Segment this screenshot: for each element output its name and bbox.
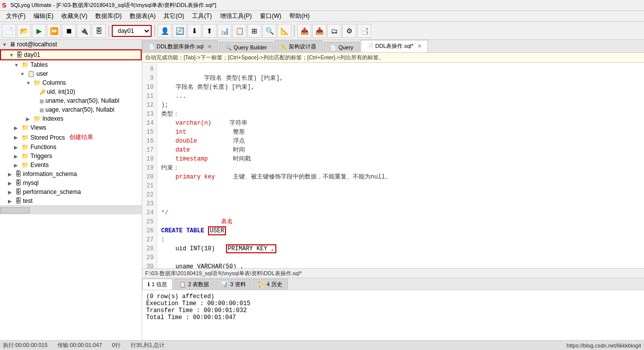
expand-events: ▶ [14, 163, 20, 168]
tables-icon: 📁 [21, 61, 29, 68]
columns-label: Columns [42, 79, 66, 86]
tab-schema[interactable]: 📐 架构设计器 [274, 40, 323, 52]
code-content[interactable]: 字段名 类型(长度) [约束], 字段名 类型(长度) [约束], ... );… [157, 63, 644, 268]
status-blog[interactable]: https://blog.csdn.net/likkkblogit [567, 343, 641, 349]
toolbar-columns[interactable]: 📋 [232, 24, 246, 38]
bottom-tab-data-label: 3 资料 [230, 281, 245, 288]
server-label: root@localhost [17, 41, 57, 48]
toolbar-grid[interactable]: ⊞ [247, 24, 261, 38]
sidebar-columns[interactable]: ▼ 📁 Columns [0, 78, 142, 87]
bottom-tab-history-icon: 📜 [258, 281, 265, 288]
table-icon: 📋 [27, 70, 35, 77]
toolbar-export[interactable]: ⬆ [203, 24, 216, 38]
sidebar-indexes[interactable]: ▶ 📁 Indexes [0, 114, 142, 123]
tab-schema-label: 架构设计器 [289, 43, 316, 50]
toolbar-import[interactable]: ⬇ [188, 24, 202, 38]
menu-other[interactable]: 其它(O) [160, 11, 188, 21]
bottom-tab-history[interactable]: 📜 4 历史 [252, 279, 288, 290]
tab-qb-icon: 🔍 [225, 45, 231, 50]
toolbar-more2[interactable]: 📥 [312, 24, 326, 38]
toolbar-more1[interactable]: 📤 [297, 24, 311, 38]
sidebar-col-uname[interactable]: ▦ uname, varchar(50), Nullabl [0, 96, 142, 105]
toolbar-sep3 [294, 25, 295, 37]
sidebar-triggers[interactable]: ▶ 📁 Triggers [0, 152, 142, 161]
toolbar-more5[interactable]: 📑 [357, 24, 371, 38]
indexes-icon: 📁 [33, 115, 41, 122]
sidebar: ▼ 🖥 root@localhost ▼ 🗄 day01 ▼ 📁 Tables … [0, 40, 142, 340]
toolbar-db[interactable]: 🗄 [92, 24, 106, 38]
menu-file[interactable]: 文件(F) [2, 11, 29, 21]
bottom-tab-data[interactable]: 📊 3 资料 [215, 279, 251, 290]
toolbar-new[interactable]: 📄 [2, 24, 16, 38]
toolbar-stop[interactable]: ⏹ [62, 24, 76, 38]
sidebar-col-uage[interactable]: ▦ uage, varchar(50), Nullabl [0, 105, 142, 114]
tab-ddl-table[interactable]: 📄 DDL表操作.sql* ✕ [361, 40, 428, 52]
sidebar-db-mysql[interactable]: ▶ 🗄 mysql [0, 178, 142, 187]
tab-ddl-db-close[interactable]: ✕ [208, 44, 212, 49]
tab-query-builder[interactable]: 🔍 Query Builder [219, 42, 273, 52]
bottom-tab-data-icon: 📊 [221, 281, 228, 288]
result-line2: Execution Time : 00:00:00:015 [146, 300, 640, 307]
expand-user: ▼ [20, 71, 26, 77]
bottom-tab-info-icon: ℹ [148, 281, 150, 288]
toolbar-connect[interactable]: 🔌 [77, 24, 91, 38]
scroll-thumb[interactable] [0, 207, 30, 213]
toolbar-open[interactable]: 📂 [17, 24, 31, 38]
tab-query[interactable]: 📄 Query [324, 42, 360, 52]
sidebar-db-test[interactable]: ▶ 🗄 test [0, 196, 142, 205]
db-icon: 🗄 [16, 51, 22, 58]
status-info: 行35,列1,总计 [131, 342, 165, 349]
bottom-tab-info[interactable]: ℹ 1 信息 [142, 279, 173, 290]
columns-icon: 📁 [33, 79, 41, 86]
tab-ddl-table-close[interactable]: ✕ [418, 43, 422, 49]
menu-datatable[interactable]: 数据表(A) [126, 11, 160, 21]
menu-edit[interactable]: 编辑(E) [29, 11, 57, 21]
db-selector[interactable]: day01 [112, 25, 152, 37]
result-line1: (0 row(s) affected) [146, 293, 640, 300]
menu-tools[interactable]: 工具(T) [188, 11, 215, 21]
sidebar-db-day01[interactable]: ▼ 🗄 day01 [0, 49, 142, 60]
sidebar-tables[interactable]: ▼ 📁 Tables [0, 60, 142, 69]
server-node[interactable]: ▼ 🖥 root@localhost [0, 40, 142, 49]
menu-window[interactable]: 窗口(W) [256, 11, 285, 21]
menu-help[interactable]: 帮助(H) [285, 11, 314, 21]
toolbar-user[interactable]: 👤 [158, 24, 172, 38]
toolbar-sep2 [154, 25, 155, 37]
expand-views: ▶ [14, 125, 20, 131]
toolbar-run[interactable]: ▶ [32, 24, 46, 38]
sidebar-scroll[interactable] [0, 205, 142, 214]
toolbar-more3[interactable]: 🗂 [327, 24, 341, 38]
key-icon: 🔑 [39, 89, 45, 95]
toolbar-schema[interactable]: 📐 [277, 24, 291, 38]
sidebar-functions[interactable]: ▶ 📁 Functions [0, 143, 142, 152]
sidebar-views[interactable]: ▶ 📁 Views [0, 123, 142, 132]
sidebar-db-perf[interactable]: ▶ 🗄 performance_schema [0, 187, 142, 196]
sidebar-table-user[interactable]: ▼ 📋 user [0, 69, 142, 78]
col-uage-label: uage, varchar(50), Nullabl [45, 106, 114, 113]
bottom-tab-tabledata-label: 2 表数据 [188, 281, 209, 288]
toolbar-run-current[interactable]: ⏩ [47, 24, 61, 38]
toolbar-refresh[interactable]: 🔄 [173, 24, 187, 38]
autocomplete-hint: 自动完成功能：[Tab]->下一标签；[Ctrl+Space]->列出匹配的标签… [142, 53, 644, 63]
menu-database[interactable]: 数据库(D) [91, 11, 126, 21]
tab-ddl-db[interactable]: 📄 DDL数据库操作.sql ✕ [142, 40, 218, 52]
toolbar-query[interactable]: 🔍 [262, 24, 276, 38]
expand-server: ▼ [2, 42, 8, 47]
expand-perf: ▶ [8, 189, 14, 195]
toolbar-more4[interactable]: ⚙ [342, 24, 356, 38]
expand-info: ▶ [8, 172, 14, 177]
sidebar-stored-procs[interactable]: ▶ 📁 Stored Procs 创建结果 [0, 132, 142, 143]
sidebar-col-uid[interactable]: 🔑 uid, int(10) [0, 87, 142, 96]
triggers-label: Triggers [30, 153, 52, 160]
toolbar-table[interactable]: 📊 [217, 24, 231, 38]
menu-favorites[interactable]: 收藏夹(V) [57, 11, 91, 21]
status-transfer: 传输:00:00:01:047 [57, 342, 102, 349]
bottom-tab-tabledata[interactable]: 📋 2 表数据 [174, 279, 215, 290]
menu-enhanced[interactable]: 增强工具(P) [216, 11, 256, 21]
line-numbers: 89101112 1314151617 1819202122 232425262… [142, 63, 157, 268]
right-panel: 📄 DDL数据库操作.sql ✕ 🔍 Query Builder 📐 架构设计器… [142, 40, 644, 340]
events-label: Events [30, 162, 49, 169]
code-editor[interactable]: 89101112 1314151617 1819202122 232425262… [142, 63, 644, 268]
sidebar-db-info[interactable]: ▶ 🗄 information_schema [0, 170, 142, 178]
sidebar-events[interactable]: ▶ 📁 Events [0, 161, 142, 170]
